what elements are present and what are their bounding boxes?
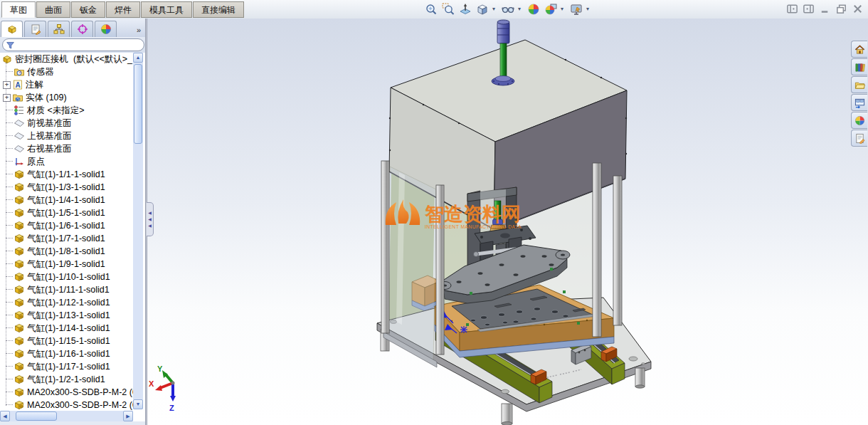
tree-item-label: 气缸(1)-1/1-1-solid1 — [27, 169, 105, 181]
restore-icon[interactable] — [835, 3, 847, 15]
tree-item[interactable]: 气缸(1)-1/12-1-solid1 — [0, 296, 133, 309]
tree-item-label: 气缸(1)-1/7-1-solid1 — [27, 233, 105, 245]
solid-icon — [14, 271, 25, 283]
dropdown-caret-icon[interactable]: ▾ — [492, 2, 498, 16]
view-orientation-icon[interactable] — [475, 2, 489, 16]
tree-item[interactable]: 前视基准面 — [0, 117, 133, 130]
tree-item[interactable]: +A注解 — [0, 78, 133, 91]
tree-item[interactable]: 原点 — [0, 155, 133, 168]
panel-tabs-overflow-button[interactable]: » — [137, 26, 141, 37]
tree-item[interactable]: 气缸(1)-1/11-1-solid1 — [0, 283, 133, 296]
tree-root-item[interactable]: 密封圈压接机 (默认<<默认>_ — [0, 53, 133, 65]
panel-bottom-strip — [0, 421, 145, 425]
command-tab[interactable]: 直接编辑 — [193, 1, 244, 18]
root-label: 密封圈压接机 — [15, 53, 68, 65]
dropdown-caret-icon[interactable]: ▾ — [561, 2, 566, 16]
vertical-scroll-thumb[interactable] — [134, 64, 142, 144]
command-tab[interactable]: 焊件 — [106, 1, 140, 18]
panel-tab-display-manager[interactable] — [95, 21, 117, 37]
tree-item-label: 气缸(1)-1/6-1-solid1 — [27, 220, 105, 232]
scroll-up-button[interactable]: ▲ — [133, 53, 143, 63]
expand-toggle-icon[interactable]: + — [3, 94, 11, 102]
tree-item[interactable]: 气缸(1)-1/16-1-solid1 — [0, 347, 133, 360]
task-pane-tab-appearances[interactable] — [851, 112, 867, 129]
panel-tab-dimxpert[interactable] — [71, 21, 93, 37]
command-tab[interactable]: 曲面 — [36, 1, 70, 18]
tree-item[interactable]: 气缸(1)-1/14-1-solid1 — [0, 322, 133, 335]
horizontal-scroll-thumb[interactable] — [16, 411, 57, 421]
dropdown-caret-icon[interactable]: ▾ — [518, 2, 524, 16]
apply-scene-icon[interactable] — [544, 2, 558, 16]
tree-connector — [6, 199, 13, 201]
scroll-left-button[interactable]: ◀ — [0, 411, 10, 421]
task-pane-tab-custom-properties[interactable] — [851, 130, 867, 147]
command-tab[interactable]: 钣金 — [71, 1, 105, 18]
minimize-icon[interactable] — [819, 3, 831, 15]
command-tab[interactable]: 模具工具 — [141, 1, 192, 18]
tree-item[interactable]: 气缸(1)-1/6-1-solid1 — [0, 219, 133, 232]
solid-icon — [14, 374, 25, 385]
feature-tree: 密封圈压接机 (默认<<默认>_ 传感器+A注解+实体 (109)材质 <未指定… — [0, 53, 133, 411]
tree-item[interactable]: 气缸(1)-1/10-1-solid1 — [0, 271, 133, 283]
tree-item[interactable]: 气缸(1)-1/5-1-solid1 — [0, 206, 133, 219]
tree-item[interactable]: MA20x300-S-SDB-P-M-2 (0) — [0, 386, 133, 399]
view-settings-icon[interactable] — [569, 2, 583, 16]
tree-item[interactable]: 气缸(1)-1/17-1-solid1 — [0, 360, 133, 373]
collapse-left-icon[interactable] — [786, 3, 798, 15]
viewport-3d[interactable]: 智造资料网 INTELLIGENT MANUFACTURING DATA Y X… — [146, 19, 868, 425]
collapse-right-icon[interactable] — [803, 3, 815, 15]
tree-item-label: 实体 (109) — [26, 92, 67, 104]
command-tab[interactable]: 草图 — [1, 1, 36, 18]
panel-tab-feature-manager[interactable] — [1, 21, 23, 37]
section-view-icon[interactable] — [458, 2, 472, 16]
panel-collapse-handle[interactable]: ◀ ◀ ◀ — [147, 202, 154, 236]
tree-item[interactable]: 气缸(1)-1/9-1-solid1 — [0, 258, 133, 271]
filter-icon — [6, 41, 15, 50]
tree-connector — [6, 161, 13, 162]
origin-icon — [14, 156, 25, 167]
tree-connector — [6, 225, 13, 226]
solid-icon — [14, 220, 25, 231]
tree-item[interactable]: MA20x300-S-SDB-P-M-2 (0) — [0, 399, 133, 411]
tree-item[interactable]: 气缸(1)-1/8-1-solid1 — [0, 245, 133, 258]
task-pane-tab-file-explorer[interactable] — [851, 76, 867, 93]
tree-item[interactable]: 上视基准面 — [0, 130, 133, 142]
tree-item[interactable]: 右视基准面 — [0, 142, 133, 155]
tree-item[interactable]: 气缸(1)-1/7-1-solid1 — [0, 232, 133, 245]
expand-toggle-icon[interactable]: + — [3, 81, 11, 89]
zoom-fit-icon[interactable] — [424, 2, 438, 16]
zoom-area-icon[interactable] — [441, 2, 455, 16]
scroll-right-button[interactable]: ▶ — [123, 411, 133, 421]
tree-item[interactable]: 气缸(1)-1/3-1-solid1 — [0, 181, 133, 194]
hide-show-items-icon[interactable] — [501, 2, 515, 16]
tree-vertical-scrollbar[interactable]: ▲ ▼ — [133, 53, 143, 409]
triad-y-label: Y — [157, 364, 163, 373]
panel-tab-property-manager[interactable] — [24, 21, 46, 37]
close-icon[interactable] — [852, 3, 864, 15]
tree-item[interactable]: 气缸(1)-1/15-1-solid1 — [0, 335, 133, 347]
tree-item[interactable]: 气缸(1)-1/2-1-solid1 — [0, 373, 133, 386]
tree-item[interactable]: 传感器 — [0, 65, 133, 78]
tree-item[interactable]: 气缸(1)-1/1-1-solid1 — [0, 168, 133, 181]
tree-item[interactable]: +实体 (109) — [0, 91, 133, 104]
scroll-down-button[interactable]: ▼ — [133, 399, 143, 409]
tree-item[interactable]: 气缸(1)-1/4-1-solid1 — [0, 194, 133, 206]
heads-up-view-toolbar: ▾▾▾▾ — [424, 1, 592, 17]
filter-input[interactable] — [2, 38, 144, 51]
task-pane-tab-home[interactable] — [851, 41, 867, 58]
glass-panel-left — [383, 167, 437, 367]
top-toolbar: 草图曲面钣金焊件模具工具直接编辑 ▾▾▾▾ — [0, 0, 868, 19]
edit-appearance-icon[interactable] — [526, 2, 541, 16]
tree-item[interactable]: 材质 <未指定> — [0, 104, 133, 117]
task-pane-tab-design-library[interactable] — [851, 58, 867, 75]
panel-tab-configuration-manager[interactable] — [48, 21, 70, 37]
task-pane-tab-view-palette[interactable] — [851, 94, 867, 111]
solid-icon — [14, 322, 25, 334]
tree-connector — [6, 174, 13, 175]
tree-item[interactable]: 气缸(1)-1/13-1-solid1 — [0, 309, 133, 322]
tree-horizontal-scrollbar[interactable]: ◀ ▶ — [0, 411, 133, 421]
dropdown-caret-icon[interactable]: ▾ — [586, 2, 592, 16]
solid-icon — [14, 258, 25, 270]
model-canvas: 智造资料网 INTELLIGENT MANUFACTURING DATA Y X… — [146, 19, 868, 425]
plane-icon — [14, 117, 25, 129]
